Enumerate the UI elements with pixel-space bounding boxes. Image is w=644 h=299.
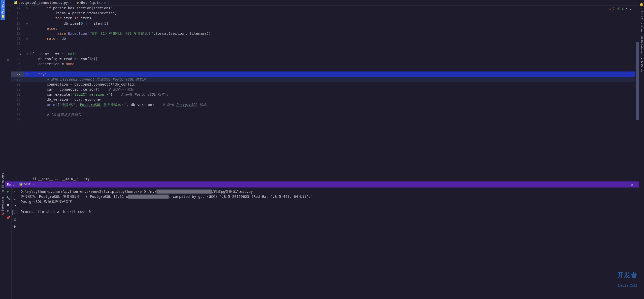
code-text[interactable]: connection = None [30, 61, 74, 66]
line-number[interactable]: 15 [11, 11, 24, 16]
line-number[interactable]: 35 [11, 112, 24, 117]
line-number[interactable]: 17 [11, 21, 24, 26]
fold-gutter[interactable]: ▶⊖ [24, 51, 30, 56]
code-line[interactable]: 35 # `在这里插入代码片` [11, 112, 639, 117]
line-number[interactable]: 20 [11, 36, 24, 41]
database-tool-button[interactable]: 🗄 Database [639, 34, 644, 56]
line-number[interactable]: 32 [11, 97, 24, 102]
code-line[interactable]: 17⊖ db[item[0]] = item[1] [11, 21, 639, 26]
code-line[interactable]: 16 for item in items: [11, 16, 639, 21]
structure-tool-button[interactable]: ▤ Structure [1, 171, 5, 194]
line-number[interactable]: 24 [11, 56, 24, 61]
fold-gutter[interactable]: ⊖ [24, 71, 30, 77]
run-gutter-icon[interactable]: ▶ [20, 51, 22, 56]
next-highlight-icon[interactable]: ∨ [630, 7, 631, 11]
line-number[interactable]: 14 [11, 6, 24, 11]
code-text[interactable]: db_config = read_db_config() [30, 56, 98, 61]
soft-wrap-icon[interactable]: ↩ [12, 203, 17, 208]
layout-icon[interactable]: ⊞ [6, 209, 11, 213]
line-number[interactable]: 27 [11, 71, 24, 77]
tab-dbconfig[interactable]: ⚙ dbconfig.ini × [74, 1, 109, 5]
line-number[interactable]: 26 [11, 66, 24, 71]
project-tool-button[interactable]: 📁 Project [1, 0, 5, 20]
code-text[interactable]: if __name__ == '__main__': [30, 51, 85, 56]
sciview-tool-button[interactable]: ⊞ SciView [639, 56, 644, 74]
code-line[interactable]: 19 raise Exception('文件 {1} 中未找到 {0} 配置信息… [11, 31, 639, 36]
code-line[interactable]: 21 [11, 41, 639, 46]
fold-gutter[interactable]: ⊖ [24, 36, 30, 41]
line-number[interactable]: 21 [11, 41, 24, 46]
code-text[interactable]: for item in items: [30, 16, 93, 21]
scrollbar-thumb[interactable] [636, 42, 639, 120]
rerun-icon[interactable]: ▶ [6, 189, 11, 194]
code-text[interactable]: cur = connection.cursor() # 创建一个游标 [30, 87, 134, 92]
tab-postgresql[interactable]: postgresql_connection.py.py × [12, 0, 74, 5]
code-text[interactable]: cur.execute('SELECT version()') # 获取 Pos… [30, 92, 168, 97]
close-icon[interactable]: × [104, 1, 106, 5]
breadcrumb-item[interactable]: if __name__ == '__main__' [33, 177, 78, 181]
bookmarks-tool-button[interactable]: 🔖 Bookmarks [1, 194, 5, 218]
console-output[interactable]: D:\my\python-pycharm\python-envs\venv2\S… [18, 188, 639, 299]
fold-gutter[interactable]: ⊖ [24, 6, 30, 11]
expand-icon[interactable]: › [6, 51, 10, 57]
code-line[interactable]: 23▶⊖if __name__ == '__main__': [11, 51, 639, 56]
line-number[interactable]: 23 [11, 51, 24, 56]
code-line[interactable]: 24 db_config = read_db_config() [11, 56, 639, 61]
warning-indicator[interactable]: ⚠ 2 [609, 7, 615, 11]
breadcrumb-item[interactable]: try [84, 177, 90, 181]
minimize-icon[interactable]: — [635, 183, 637, 186]
print-icon[interactable]: 🖶 [12, 217, 17, 222]
close-icon[interactable]: × [70, 1, 72, 5]
line-number[interactable]: 33 [11, 102, 24, 107]
prev-highlight-icon[interactable]: ∧ [626, 7, 628, 11]
code-line[interactable]: 25 connection = None [11, 61, 639, 66]
fold-gutter[interactable]: ⊖ [24, 21, 30, 26]
collapse-icon[interactable]: — [7, 1, 9, 5]
code-text[interactable]: db_version = cur.fetchone() [30, 97, 104, 102]
editor[interactable]: › › ⊕ ⚠ 2 ✓⃰ 6 ∧ ∨ 14⊖ if parser.has_sec… [5, 6, 639, 176]
code-text[interactable]: db[item[0]] = item[1] [30, 21, 108, 26]
line-number[interactable]: 30 [11, 87, 24, 92]
code-line[interactable]: 32 db_version = cur.fetchone() [11, 97, 639, 102]
code-text[interactable]: raise Exception('文件 {1} 中未找到 {0} 配置信息！'.… [30, 31, 211, 36]
line-number[interactable]: 18 [11, 26, 24, 31]
down-icon[interactable]: ↓ [12, 196, 17, 201]
code-line[interactable]: 20⊖ return db [11, 36, 639, 41]
wrench-icon[interactable]: 🔧 [6, 196, 11, 200]
code-line[interactable]: 15 items = parser.items(section) [11, 11, 639, 16]
code-line[interactable]: 27⊖ try: [11, 71, 639, 77]
code-line[interactable]: 31 cur.execute('SELECT version()') # 获取 … [11, 92, 639, 97]
code-text[interactable]: # `在这里插入代码片` [30, 112, 83, 117]
up-icon[interactable]: ↑ [12, 189, 17, 194]
code-line[interactable]: 29 connection = psycopg2.connect(**db_co… [11, 82, 639, 87]
code-text[interactable]: return db [30, 36, 66, 41]
line-number[interactable]: 16 [11, 16, 24, 21]
notifications-tool-button[interactable]: Notifications [639, 9, 644, 34]
code-line[interactable]: 22 [11, 46, 639, 51]
code-text[interactable]: print("连接成功, PostgreSQL 服务器版本：", db_vers… [30, 102, 207, 107]
code-text[interactable]: else: [30, 26, 57, 31]
line-number[interactable]: 34 [11, 107, 24, 112]
code-line[interactable]: 34 [11, 107, 639, 112]
bell-icon[interactable]: 🔔 [639, 3, 643, 6]
code-line[interactable]: 36 [11, 117, 639, 122]
more-icon[interactable]: ⋮ [634, 1, 637, 5]
stop-icon[interactable]: ■ [6, 202, 11, 207]
line-number[interactable]: 31 [11, 92, 24, 97]
code-text[interactable]: connection = psycopg2.connect(**db_confi… [30, 82, 136, 87]
line-number[interactable]: 22 [11, 46, 24, 51]
code-text[interactable]: try: [30, 71, 47, 77]
line-number[interactable]: 36 [11, 117, 24, 122]
chevron-right-icon[interactable]: › [6, 8, 10, 13]
close-icon[interactable]: × [33, 182, 35, 186]
line-number[interactable]: 29 [11, 82, 24, 87]
code-line[interactable]: 33 print("连接成功, PostgreSQL 服务器版本：", db_v… [11, 102, 639, 107]
target-icon[interactable]: ⊕ [6, 57, 10, 63]
scroll-to-end-icon[interactable]: ⤓ [12, 210, 17, 215]
gear-icon[interactable]: ⚙ [631, 183, 633, 186]
code-text[interactable]: # 使用 psycopg2.connect 方法连接 PostgreSQL 数据… [30, 77, 146, 82]
trash-icon[interactable]: 🗑 [12, 224, 17, 229]
pin-icon[interactable]: 📌 [6, 215, 11, 220]
line-number[interactable]: 28 [11, 77, 24, 82]
code-line[interactable]: 26 [11, 66, 639, 71]
